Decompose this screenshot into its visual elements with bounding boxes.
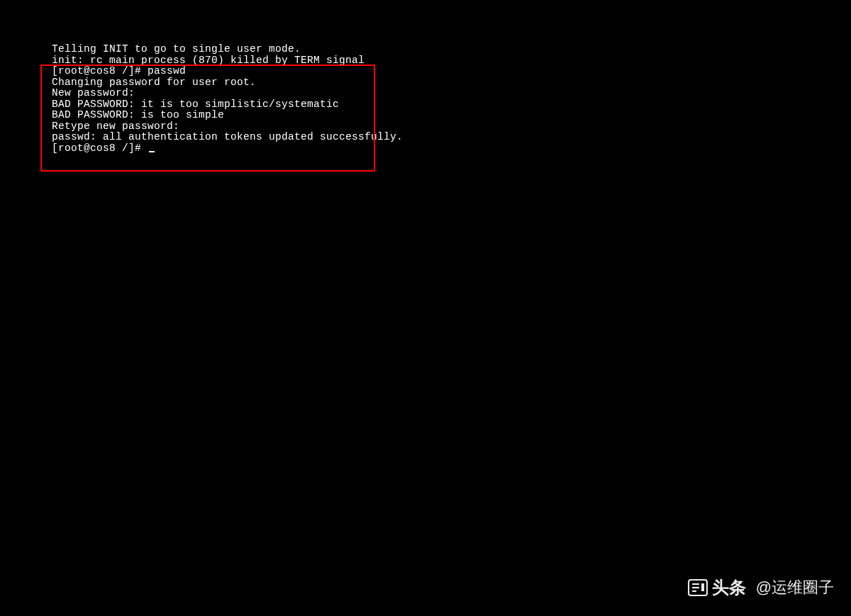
toutiao-icon bbox=[688, 578, 708, 598]
svg-rect-4 bbox=[701, 583, 704, 591]
terminal-line: Changing password for user root. bbox=[52, 77, 403, 89]
terminal-line: Retype new password: bbox=[52, 121, 403, 133]
terminal-line: Telling INIT to go to single user mode. bbox=[52, 44, 403, 55]
watermark-logo: 头条 bbox=[688, 576, 746, 599]
terminal-line: BAD PASSWORD: it is too simplistic/syste… bbox=[52, 99, 403, 111]
terminal-line: New password: bbox=[52, 88, 403, 99]
terminal-line: passwd: all authentication tokens update… bbox=[52, 132, 403, 143]
terminal-line: [root@cos8 /]# passwd bbox=[52, 66, 403, 77]
terminal-output[interactable]: Telling INIT to go to single user mode. … bbox=[52, 44, 403, 154]
cursor-icon bbox=[149, 151, 155, 152]
terminal-prompt-line: [root@cos8 /]# bbox=[52, 143, 403, 155]
watermark-brand-text: 头条 bbox=[712, 576, 746, 599]
watermark-handle-text: @运维圈子 bbox=[756, 577, 834, 598]
watermark: 头条 @运维圈子 bbox=[688, 576, 834, 599]
terminal-prompt: [root@cos8 /]# bbox=[52, 142, 148, 154]
terminal-line: BAD PASSWORD: is too simple bbox=[52, 110, 403, 121]
terminal-line: init: rc main process (870) killed by TE… bbox=[52, 55, 403, 67]
